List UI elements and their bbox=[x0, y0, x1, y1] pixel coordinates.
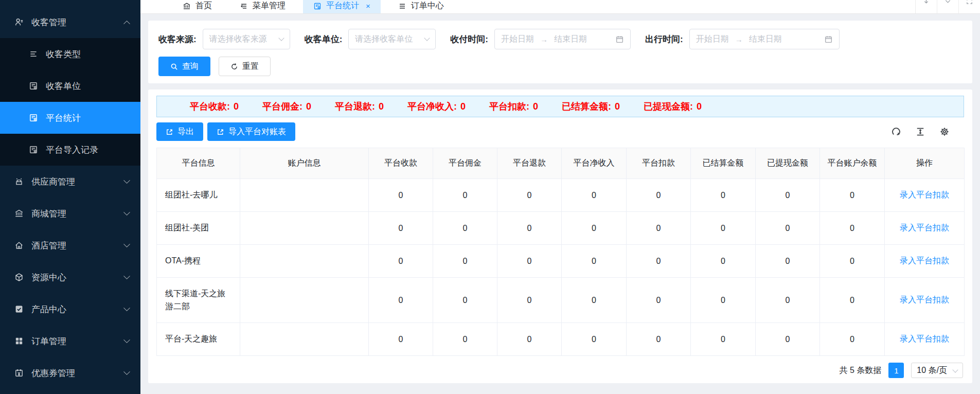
reset-button[interactable]: 重置 bbox=[219, 57, 271, 76]
sidebar-item-customer-type[interactable]: 收客类型 bbox=[0, 38, 140, 70]
cell-value: 0 bbox=[433, 323, 497, 356]
table-card: 平台收款:0 平台佣金:0 平台退款:0 平台净收入:0 平台扣款:0 已结算金… bbox=[148, 89, 972, 383]
unit-placeholder: 请选择收客单位 bbox=[355, 34, 413, 45]
sidebar-item-customer-unit[interactable]: 收客单位 bbox=[0, 70, 140, 102]
travel-date-range[interactable]: 开始日期 → 结束日期 bbox=[689, 29, 840, 49]
search-button[interactable]: 查询 bbox=[158, 57, 210, 76]
export-icon bbox=[166, 128, 173, 136]
sidebar-item-supplier-management[interactable]: 供应商管理 bbox=[0, 166, 140, 198]
enter-deduction-link[interactable]: 录入平台扣款 bbox=[900, 190, 949, 199]
account-info bbox=[240, 278, 369, 323]
page-1-button[interactable]: 1 bbox=[888, 363, 904, 378]
tab-menu-management[interactable]: 菜单管理 bbox=[229, 0, 296, 13]
main-area: 首页 菜单管理 平台统计 × 订单中心 bbox=[140, 0, 980, 394]
refresh-icon[interactable] bbox=[891, 127, 901, 137]
summary-platform-deduction: 平台扣款:0 bbox=[489, 100, 538, 113]
list-icon bbox=[398, 2, 406, 10]
enter-deduction-link[interactable]: 录入平台扣款 bbox=[900, 295, 949, 304]
col-account-info: 账户信息 bbox=[240, 148, 369, 179]
sidebar-item-hotel-management[interactable]: 酒店管理 bbox=[0, 229, 140, 261]
list-icon bbox=[29, 49, 38, 59]
density-icon[interactable] bbox=[915, 127, 925, 137]
tabs: 首页 菜单管理 平台统计 × 订单中心 bbox=[172, 0, 454, 13]
chevron-down-icon[interactable] bbox=[937, 0, 958, 14]
sidebar-item-product-center[interactable]: 产品中心 bbox=[0, 293, 140, 325]
table-row: 组团社-去哪儿 0 0 0 0 0 0 0 0 录入平台扣款 bbox=[157, 179, 965, 212]
cell-value: 0 bbox=[627, 245, 691, 278]
sidebar-item-home[interactable]: 首页 bbox=[0, 0, 140, 6]
cell-value: 0 bbox=[562, 212, 627, 245]
account-info bbox=[240, 323, 369, 356]
cell-value: 0 bbox=[369, 245, 433, 278]
tab-label: 订单中心 bbox=[411, 1, 444, 11]
chevron-down-icon bbox=[123, 273, 130, 279]
enter-deduction-link[interactable]: 录入平台扣款 bbox=[900, 334, 949, 343]
cell-value: 0 bbox=[433, 278, 497, 323]
cell-value: 0 bbox=[627, 323, 691, 356]
id-card-icon bbox=[29, 81, 38, 91]
unit-select[interactable]: 请选择收客单位 bbox=[348, 29, 436, 49]
sidebar-item-resource-center[interactable]: 资源中心 bbox=[0, 261, 140, 293]
enter-deduction-link[interactable]: 录入平台扣款 bbox=[900, 256, 949, 265]
id-card-icon bbox=[29, 145, 38, 154]
sidebar: 首页 收客管理 收客类型 收客单位 平台统计 平台导入记录 bbox=[0, 0, 140, 394]
cell-value: 0 bbox=[820, 245, 885, 278]
col-actions: 操作 bbox=[885, 148, 965, 179]
summary-bar: 平台收款:0 平台佣金:0 平台退款:0 平台净收入:0 平台扣款:0 已结算金… bbox=[156, 96, 964, 117]
sidebar-submenu: 收客类型 收客单位 平台统计 平台导入记录 bbox=[0, 38, 140, 166]
close-icon[interactable]: × bbox=[366, 2, 370, 10]
col-withdrawn-amount: 已提现金额 bbox=[756, 148, 820, 179]
settings-gear-icon[interactable] bbox=[939, 127, 950, 137]
cell-value: 0 bbox=[369, 179, 433, 212]
chevron-down-icon bbox=[278, 35, 284, 41]
summary-platform-refund: 平台退款:0 bbox=[335, 100, 384, 113]
reset-icon bbox=[230, 63, 238, 70]
sidebar-item-platform-import-log[interactable]: 平台导入记录 bbox=[0, 134, 140, 166]
search-button-label: 查询 bbox=[182, 61, 199, 72]
tab-home[interactable]: 首页 bbox=[172, 0, 222, 13]
export-button-label: 导出 bbox=[177, 127, 194, 137]
col-platform-info: 平台信息 bbox=[157, 148, 240, 179]
cell-value: 0 bbox=[562, 245, 627, 278]
sidebar-item-coupon-management[interactable]: 优惠券管理 bbox=[0, 357, 140, 389]
cell-value: 0 bbox=[562, 323, 627, 356]
table-row: 线下渠道-天之旅游二部 0 0 0 0 0 0 0 0 录入平台扣款 bbox=[157, 278, 965, 323]
arrow-down-icon[interactable] bbox=[915, 0, 937, 14]
tab-order-center[interactable]: 订单中心 bbox=[388, 0, 454, 13]
import-reconciliation-button[interactable]: 导入平台对账表 bbox=[207, 122, 295, 141]
enter-deduction-link[interactable]: 录入平台扣款 bbox=[900, 223, 949, 232]
table-header-row: 平台信息 账户信息 平台收款 平台佣金 平台退款 平台净收入 平台扣款 已结算金… bbox=[157, 148, 965, 179]
cell-value: 0 bbox=[497, 323, 562, 356]
platform-name: 组团社-去哪儿 bbox=[157, 179, 240, 212]
platform-name: 线下渠道-天之旅游二部 bbox=[157, 278, 240, 323]
cell-value: 0 bbox=[691, 245, 756, 278]
col-platform-deduction: 平台扣款 bbox=[627, 148, 691, 179]
end-date-placeholder: 结束日期 bbox=[749, 34, 782, 45]
chevron-up-icon bbox=[123, 20, 130, 27]
filter-card: 收客来源: 请选择收客来源 收客单位: 请选择收客单位 收付时间: bbox=[148, 21, 972, 83]
source-select[interactable]: 请选择收客来源 bbox=[203, 29, 290, 49]
page-size-select[interactable]: 10 条/页 bbox=[911, 363, 963, 378]
sidebar-nav: 首页 收客管理 收客类型 收客单位 平台统计 平台导入记录 bbox=[0, 0, 140, 389]
sidebar-item-platform-stats[interactable]: 平台统计 bbox=[0, 102, 140, 134]
pay-date-range[interactable]: 开始日期 → 结束日期 bbox=[494, 29, 631, 49]
sidebar-item-mall-management[interactable]: 商城管理 bbox=[0, 198, 140, 229]
fullscreen-icon[interactable] bbox=[958, 0, 980, 14]
cell-value: 0 bbox=[369, 212, 433, 245]
tab-label: 菜单管理 bbox=[253, 1, 286, 11]
export-button[interactable]: 导出 bbox=[156, 122, 203, 141]
summary-platform-income: 平台收款:0 bbox=[190, 100, 239, 113]
start-date-placeholder: 开始日期 bbox=[501, 34, 534, 45]
tab-platform-stats[interactable]: 平台统计 × bbox=[303, 0, 381, 13]
cell-value: 0 bbox=[369, 323, 433, 356]
start-date-placeholder: 开始日期 bbox=[696, 34, 729, 45]
cell-value: 0 bbox=[369, 278, 433, 323]
sidebar-item-customer-management[interactable]: 收客管理 bbox=[0, 6, 140, 38]
menu-list-icon bbox=[240, 2, 248, 10]
unit-label: 收客单位: bbox=[305, 33, 343, 45]
cell-value: 0 bbox=[627, 212, 691, 245]
sidebar-item-order-management[interactable]: 订单管理 bbox=[0, 325, 140, 357]
cell-value: 0 bbox=[756, 323, 820, 356]
col-platform-income: 平台收款 bbox=[369, 148, 433, 179]
range-arrow-icon: → bbox=[540, 35, 548, 44]
